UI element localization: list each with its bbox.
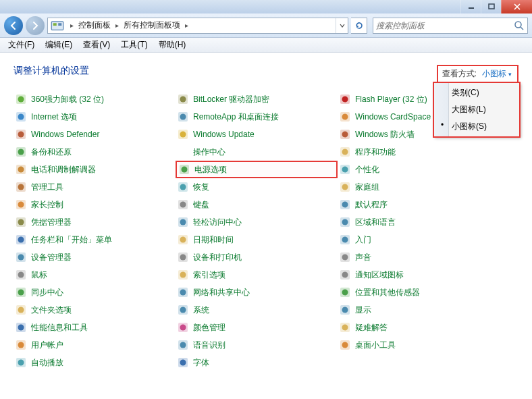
- cp-item-gauge[interactable]: 性能信息和工具: [14, 319, 176, 336]
- svg-point-94: [342, 272, 348, 278]
- view-option-category[interactable]: 类别(C): [434, 84, 519, 101]
- cp-item-getstarted[interactable]: 入门: [338, 231, 500, 248]
- cp-item-index[interactable]: 索引选项: [176, 266, 338, 284]
- cp-item-taskbar[interactable]: 任务栏和「开始」菜单: [14, 231, 176, 248]
- cp-item-update[interactable]: Windows Update: [176, 126, 338, 143]
- view-by-selector[interactable]: 查看方式: 小图标: [437, 65, 518, 83]
- svg-point-26: [18, 237, 24, 243]
- cp-item-safe[interactable]: 凭据管理器: [14, 213, 176, 231]
- close-button[interactable]: [501, 0, 532, 14]
- clock-arrow-icon: [15, 146, 27, 158]
- cp-item-shield-green[interactable]: 360强力卸载 (32 位): [14, 90, 176, 108]
- gadgets-icon: [339, 339, 351, 351]
- svg-rect-6: [58, 23, 61, 26]
- cp-item-label: 颜色管理: [193, 322, 225, 334]
- cp-item-ease[interactable]: 轻松访问中心: [176, 213, 338, 231]
- troubleshoot-icon: [339, 321, 351, 334]
- cp-item-sound[interactable]: 声音: [338, 248, 500, 266]
- cp-item-sync[interactable]: 同步中心: [14, 284, 176, 301]
- svg-point-78: [342, 132, 348, 138]
- flag-icon: [177, 146, 189, 158]
- search-input[interactable]: [376, 21, 514, 30]
- cp-item-tray[interactable]: 通知区域图标: [338, 266, 500, 284]
- cp-item-system[interactable]: 系统: [176, 301, 338, 319]
- cp-item-label: Windows Defender: [31, 130, 99, 139]
- flash-icon: [339, 93, 351, 105]
- cp-item-font[interactable]: 字体: [176, 354, 338, 371]
- cp-item-label: 性能信息和工具: [31, 322, 88, 334]
- menu-edit[interactable]: 编辑(E): [40, 38, 78, 52]
- device-icon: [15, 251, 27, 263]
- cp-item-mic[interactable]: 语音识别: [176, 336, 338, 354]
- breadcrumb[interactable]: ▸ 控制面板 ▸ 所有控制面板项 ▸: [47, 18, 348, 34]
- cp-item-label: 通知区域图标: [355, 269, 404, 281]
- menu-file[interactable]: 文件(F): [3, 38, 40, 52]
- cp-item-programs[interactable]: 程序和功能: [338, 143, 500, 161]
- cp-item-location[interactable]: 位置和其他传感器: [338, 284, 500, 301]
- cp-item-keyboard[interactable]: 键盘: [176, 196, 338, 213]
- cp-item-label: 键盘: [193, 199, 209, 211]
- menu-help[interactable]: 帮助(H): [153, 38, 192, 52]
- cp-item-gadgets[interactable]: 桌面小工具: [338, 336, 500, 354]
- forward-button[interactable]: [26, 16, 45, 35]
- breadcrumb-segment[interactable]: 控制面板: [77, 20, 112, 31]
- cp-item-label: 位置和其他传感器: [355, 287, 420, 298]
- cp-item-users[interactable]: 用户帐户: [14, 336, 176, 354]
- cp-item-troubleshoot[interactable]: 疑难解答: [338, 319, 500, 336]
- menu-view[interactable]: 查看(V): [78, 38, 115, 52]
- svg-point-76: [342, 114, 348, 120]
- toolbox-icon: [15, 181, 27, 193]
- cp-item-label: BitLocker 驱动器加密: [193, 94, 269, 105]
- cp-item-brick-wall[interactable]: Windows Defender: [14, 126, 176, 143]
- cp-item-remote[interactable]: RemoteApp 和桌面连接: [176, 108, 338, 126]
- svg-point-16: [18, 149, 24, 155]
- breadcrumb-segment[interactable]: 所有控制面板项: [122, 20, 182, 31]
- cp-item-label: Internet 选项: [31, 111, 77, 123]
- cp-item-flag[interactable]: 操作中心: [176, 143, 338, 161]
- svg-point-46: [180, 132, 186, 138]
- cp-item-printer[interactable]: 设备和打印机: [176, 248, 338, 266]
- cp-item-homegroup[interactable]: 家庭组: [338, 178, 500, 196]
- cp-item-display[interactable]: 显示: [338, 301, 500, 319]
- svg-point-50: [182, 167, 188, 173]
- view-option-large[interactable]: 大图标(L): [434, 101, 519, 118]
- cp-item-network[interactable]: 网络和共享中心: [176, 284, 338, 301]
- cp-item-personalize[interactable]: 个性化: [338, 161, 500, 178]
- cp-item-region[interactable]: 区域和语言: [338, 213, 500, 231]
- cp-item-label: Flash Player (32 位): [355, 94, 427, 105]
- cp-item-disc[interactable]: 自动播放: [14, 354, 176, 371]
- view-option-small[interactable]: 小图标(S): [434, 118, 519, 135]
- cp-item-color[interactable]: 颜色管理: [176, 319, 338, 336]
- cp-item-label: 备份和还原: [31, 147, 72, 158]
- breadcrumb-dropdown[interactable]: [336, 18, 348, 33]
- mouse-icon: [15, 269, 27, 281]
- cp-item-mouse[interactable]: 鼠标: [14, 266, 176, 284]
- cp-item-lock-drive[interactable]: BitLocker 驱动器加密: [176, 90, 338, 108]
- svg-point-28: [18, 255, 24, 261]
- refresh-button[interactable]: [351, 18, 367, 34]
- cp-item-clock-arrow[interactable]: 备份和还原: [14, 143, 176, 161]
- svg-point-56: [180, 219, 186, 225]
- menu-tools[interactable]: 工具(T): [115, 38, 153, 52]
- cp-item-clock[interactable]: 日期和时间: [176, 231, 338, 248]
- cp-item-label: 文件夹选项: [31, 304, 72, 316]
- location-icon: [339, 286, 351, 298]
- cp-item-power[interactable]: 电源选项: [176, 161, 338, 178]
- svg-point-42: [180, 97, 186, 103]
- maximize-button[interactable]: [481, 0, 501, 14]
- cp-item-label: 索引选项: [193, 269, 225, 281]
- ease-icon: [177, 216, 189, 228]
- cp-item-folder[interactable]: 文件夹选项: [14, 301, 176, 319]
- minimize-button[interactable]: [460, 0, 481, 14]
- cp-item-defaults[interactable]: 默认程序: [338, 196, 500, 213]
- firewall-icon: [339, 128, 351, 140]
- cp-item-phone[interactable]: 电话和调制解调器: [14, 161, 176, 178]
- view-by-selected[interactable]: 小图标: [479, 68, 514, 80]
- cp-item-restore[interactable]: 恢复: [176, 178, 338, 196]
- back-button[interactable]: [4, 16, 23, 35]
- cp-item-globe[interactable]: Internet 选项: [14, 108, 176, 126]
- cp-item-device[interactable]: 设备管理器: [14, 248, 176, 266]
- search-box[interactable]: [373, 18, 528, 34]
- cp-item-toolbox[interactable]: 管理工具: [14, 178, 176, 196]
- cp-item-family[interactable]: 家长控制: [14, 196, 176, 213]
